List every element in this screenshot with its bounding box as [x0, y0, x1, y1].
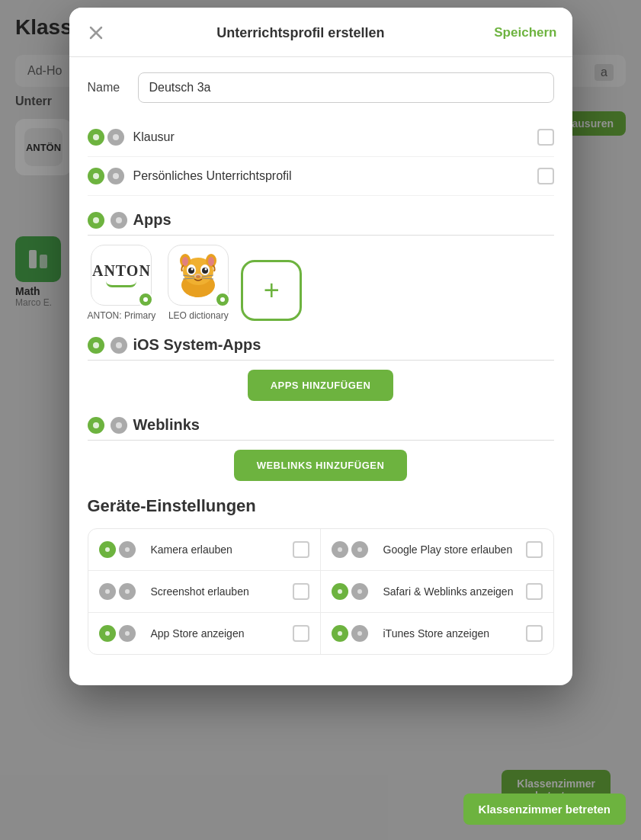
svg-point-39: [125, 589, 130, 594]
appstore-label: App Store anzeigen: [151, 627, 287, 640]
leo-badge: [215, 292, 230, 307]
safari-green-icon: [332, 583, 348, 600]
itunes-icons: [332, 625, 368, 642]
weblinks-hinzufuegen-button[interactable]: WEBLINKS HINZUFÜGEN: [234, 450, 408, 481]
add-app-item[interactable]: +: [241, 260, 302, 321]
svg-point-16: [208, 257, 214, 266]
anton-app-label: ANTON: Primary: [88, 310, 156, 321]
screenshot-label: Screenshot erlauben: [151, 585, 287, 598]
ios-gray-icon: [111, 337, 127, 354]
modal-overlay: Unterrichtsprofil erstellen Speichern Na…: [0, 0, 641, 840]
svg-point-33: [116, 422, 122, 428]
itunes-label: iTunes Store anzeigen: [383, 627, 520, 640]
anton-app-item[interactable]: ANTON ANTON: Primary: [88, 245, 156, 321]
modal-header: Unterrichtsprofil erstellen Speichern: [69, 8, 572, 57]
persoenlich-row: Persönliches Unterrichtsprofil: [88, 157, 554, 196]
anton-badge: [138, 292, 153, 307]
ios-green-icon: [88, 337, 104, 354]
kamera-gray-icon: [119, 541, 136, 558]
svg-point-21: [191, 268, 194, 271]
svg-point-42: [105, 631, 110, 636]
modal: Unterrichtsprofil erstellen Speichern Na…: [69, 8, 572, 685]
name-row: Name: [88, 72, 554, 103]
kamera-icons: [99, 541, 136, 558]
klausur-row: Klausur: [88, 118, 554, 157]
appstore-green-icon: [99, 625, 116, 642]
klassenzimmer-floating-btn[interactable]: Klassenzimmer betreten: [463, 794, 626, 825]
svg-point-36: [338, 547, 342, 552]
leo-app-label: LEO dictionary: [168, 310, 229, 321]
persoenlich-toggle-icons: [88, 168, 124, 184]
save-button[interactable]: Speichern: [494, 25, 556, 40]
itunes-gray-icon: [351, 625, 368, 642]
googleplay-checkbox[interactable]: [526, 541, 543, 558]
apps-title: Apps: [133, 211, 171, 229]
persoenlich-checkbox[interactable]: [537, 168, 554, 184]
svg-point-35: [125, 547, 130, 552]
weblinks-green-icon: [88, 417, 104, 434]
svg-point-22: [205, 268, 207, 271]
name-label: Name: [88, 81, 126, 95]
svg-point-29: [220, 297, 225, 302]
device-cell-screenshot: Screenshot erlauben: [88, 571, 321, 613]
device-cell-kamera: Kamera erlauben: [88, 529, 321, 571]
device-cell-itunes: iTunes Store anzeigen: [321, 613, 553, 654]
weblinks-gray-icon: [111, 417, 127, 434]
appstore-checkbox[interactable]: [293, 625, 309, 642]
ios-title: iOS System-Apps: [133, 336, 261, 354]
kamera-checkbox[interactable]: [293, 541, 309, 558]
svg-point-34: [105, 547, 110, 552]
appstore-icons: [99, 625, 136, 642]
svg-point-37: [357, 547, 362, 552]
persoenlich-label: Persönliches Unterrichtsprofil: [133, 169, 537, 183]
add-app-button[interactable]: +: [241, 260, 302, 321]
modal-title: Unterrichtsprofil erstellen: [216, 25, 384, 41]
modal-body: Name Klausur: [69, 57, 572, 685]
kamera-label: Kamera erlauben: [151, 543, 287, 556]
device-cell-appstore: App Store anzeigen: [88, 613, 321, 654]
appstore-gray-icon: [119, 625, 136, 642]
svg-point-8: [93, 217, 99, 223]
apps-green-icon: [88, 212, 104, 229]
itunes-green-icon: [332, 625, 348, 642]
gray-circle-icon: [107, 129, 124, 146]
apps-gray-icon: [111, 212, 127, 229]
googleplay-icons: [332, 541, 368, 558]
itunes-checkbox[interactable]: [526, 625, 543, 642]
device-cell-googleplay: Google Play store erlauben: [321, 529, 553, 571]
weblinks-section-header: Weblinks: [88, 416, 554, 441]
svg-point-32: [93, 422, 99, 428]
svg-point-45: [357, 631, 362, 636]
weblinks-title: Weblinks: [133, 416, 200, 434]
device-settings-grid: Kamera erlauben Google Play store erlaub…: [88, 528, 554, 655]
svg-point-31: [116, 342, 122, 348]
svg-point-43: [125, 631, 130, 636]
close-button[interactable]: [85, 21, 107, 44]
svg-point-44: [338, 631, 342, 636]
googleplay-gray-icon1: [332, 541, 348, 558]
apps-hinzufuegen-button[interactable]: APPS HINZUFÜGEN: [248, 370, 394, 401]
kamera-green-icon: [99, 541, 116, 558]
svg-point-24: [196, 275, 200, 278]
screenshot-gray-icon1: [99, 583, 116, 600]
svg-point-4: [93, 134, 99, 140]
svg-point-9: [116, 217, 122, 223]
screenshot-checkbox[interactable]: [293, 583, 309, 600]
name-input[interactable]: [138, 72, 554, 103]
apps-row: ANTON ANTON: Primary: [88, 245, 554, 321]
svg-point-5: [113, 134, 119, 140]
green-circle-icon: [88, 129, 104, 146]
svg-point-30: [93, 342, 99, 348]
safari-gray-icon: [351, 583, 368, 600]
klausur-checkbox[interactable]: [537, 129, 554, 146]
svg-point-6: [93, 173, 99, 179]
googleplay-gray-icon2: [351, 541, 368, 558]
svg-point-15: [182, 257, 188, 266]
leo-app-item[interactable]: LEO dictionary: [168, 245, 229, 321]
safari-checkbox[interactable]: [526, 583, 543, 600]
svg-point-41: [357, 589, 362, 594]
screenshot-icons: [99, 583, 136, 600]
googleplay-label: Google Play store erlauben: [383, 543, 520, 556]
klausur-label: Klausur: [133, 130, 537, 144]
device-cell-safari: Safari & Weblinks anzeigen: [321, 571, 553, 613]
